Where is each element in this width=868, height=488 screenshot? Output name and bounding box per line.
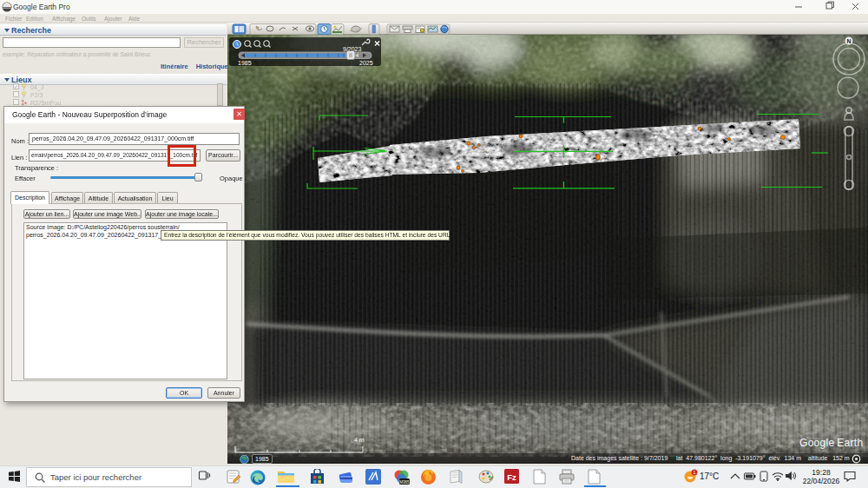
svg-text:4 m: 4 m	[354, 437, 365, 443]
svg-text:1985: 1985	[238, 60, 252, 66]
svg-text:N: N	[846, 38, 851, 44]
svg-text:2025: 2025	[359, 60, 373, 66]
svg-text:1: 1	[694, 470, 696, 475]
svg-text:M365: M365	[399, 480, 410, 485]
svg-text:Fz: Fz	[507, 472, 516, 482]
